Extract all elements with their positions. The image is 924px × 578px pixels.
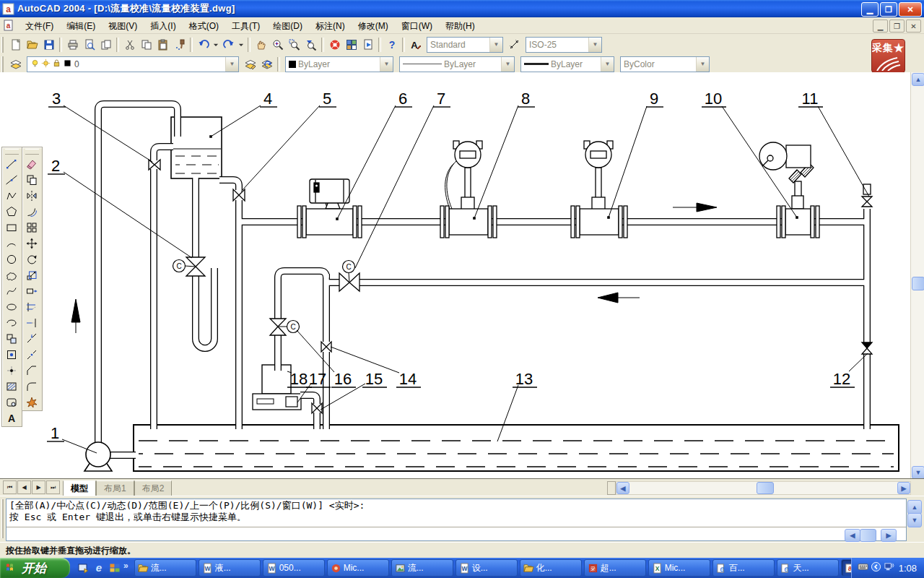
modify-stretch-button[interactable] [22, 283, 40, 299]
child-restore-button[interactable]: ❐ [889, 20, 905, 33]
pan-button[interactable] [253, 37, 269, 53]
tab-布局2[interactable]: 布局2 [134, 480, 173, 496]
tab-模型[interactable]: 模型 [63, 480, 96, 496]
drawing-file-icon[interactable]: a [3, 20, 14, 31]
toolbar-grip[interactable] [1, 37, 5, 53]
restore-button[interactable]: ❐ [880, 2, 897, 17]
modify-offset-button[interactable] [22, 204, 40, 220]
draw-circle-button[interactable] [2, 251, 20, 267]
tab-nav-next-button[interactable]: ▶ [32, 480, 45, 494]
layer-combo[interactable]: 0 ▼ [27, 56, 239, 72]
task-button-4[interactable]: 流... [391, 559, 453, 577]
linetype-combo[interactable]: ByLayer ▼ [399, 56, 515, 72]
tab-nav-first-button[interactable]: ⏮ [3, 480, 17, 494]
command-scroll-up[interactable]: ▲ [907, 500, 922, 514]
menu-item-10[interactable]: 帮助(H) [439, 19, 481, 33]
text-style-combo[interactable]: Standard▼ [427, 37, 503, 53]
draw-region-button[interactable] [2, 394, 20, 410]
command-scroll-left[interactable]: ◀ [845, 529, 860, 542]
layer-previous-button[interactable] [258, 56, 275, 72]
draw-make-block-button[interactable] [2, 347, 20, 363]
modify-fillet-button[interactable] [22, 379, 40, 394]
close-button[interactable]: ✕ [899, 2, 922, 17]
draw-revcloud-button[interactable] [2, 267, 20, 283]
task-button-7[interactable]: 采超... [584, 559, 646, 577]
start-button[interactable]: 开始 [0, 558, 70, 578]
modify-copy-obj-button[interactable] [22, 172, 40, 188]
copy-button[interactable] [138, 37, 154, 53]
quick-launch-show-desktop[interactable] [76, 561, 90, 575]
draw-rectangle-button[interactable] [2, 220, 20, 236]
draw-ellipse-button[interactable] [2, 299, 20, 315]
layer-manager-button[interactable] [7, 56, 24, 72]
task-button-10[interactable]: e天... [777, 559, 839, 577]
task-button-5[interactable]: W设... [456, 559, 518, 577]
modify-array-button[interactable] [22, 220, 40, 236]
draw-arc-button[interactable] [2, 236, 20, 251]
paste-button[interactable] [154, 37, 171, 53]
modify-erase-button[interactable] [22, 156, 40, 172]
modify-scale-button[interactable] [22, 267, 40, 283]
vendor-logo[interactable]: 采集★ [871, 39, 905, 73]
modify-rotate-button[interactable] [22, 251, 40, 267]
splitter-grip[interactable] [607, 481, 616, 495]
quick-launch-overflow[interactable]: » [123, 561, 128, 571]
menu-item-4[interactable]: 格式(O) [183, 19, 225, 33]
tab-nav-prev-button[interactable]: ◀ [17, 480, 31, 494]
save-button[interactable] [40, 37, 57, 53]
menu-item-5[interactable]: 工具(T) [225, 19, 266, 33]
draw-ellipse-arc-button[interactable] [2, 315, 20, 331]
minimize-button[interactable]: ▁ [861, 2, 879, 17]
title-bar[interactable]: a AutoCAD 2004 - [D:\流量校准\流量校准装置.dwg] ▁ … [0, 0, 924, 17]
menu-item-3[interactable]: 插入(I) [144, 19, 182, 33]
tray-keyboard-icon[interactable] [858, 561, 868, 575]
task-button-8[interactable]: XMic... [648, 559, 710, 577]
quick-launch-ie[interactable]: e [92, 561, 106, 575]
task-button-3[interactable]: Mic... [327, 559, 389, 577]
draw-polygon-button[interactable] [2, 204, 20, 220]
undo-button[interactable] [195, 37, 212, 53]
tab-布局1[interactable]: 布局1 [96, 480, 134, 496]
drawing-area[interactable]: C C C [0, 72, 924, 478]
menu-item-6[interactable]: 绘图(D) [266, 19, 309, 33]
scroll-thumb[interactable] [757, 482, 774, 494]
plot-style-combo[interactable]: ByColor ▼ [620, 56, 710, 72]
dropdown-arrow-button[interactable] [237, 37, 245, 53]
tray-display-icon[interactable] [884, 561, 894, 575]
palette-grip[interactable] [5, 149, 19, 155]
tray-collapse-icon[interactable] [871, 561, 881, 575]
modify-break-point-button[interactable] [22, 331, 40, 347]
viewports-button[interactable] [343, 37, 359, 53]
modify-explode-button[interactable] [22, 394, 40, 410]
command-grip[interactable] [1, 499, 4, 538]
drawing-canvas[interactable]: C C C [0, 72, 911, 478]
menu-item-9[interactable]: 窗口(W) [395, 19, 439, 33]
draw-pline-button[interactable] [2, 188, 20, 204]
modify-chamfer-button[interactable] [22, 363, 40, 379]
matchprop-button[interactable] [171, 37, 188, 53]
command-history[interactable]: [全部(A)/中心点(C)/动态(D)/范围(E)/上一个(P)/比例(S)/窗… [6, 499, 907, 541]
make-layer-current-button[interactable] [242, 56, 258, 72]
draw-xline-button[interactable] [2, 172, 20, 188]
markup-button[interactable] [359, 37, 376, 53]
draw-line-button[interactable] [2, 156, 20, 172]
modify-mirror-button[interactable] [22, 188, 40, 204]
menu-item-0[interactable]: 文件(F) [19, 19, 60, 33]
zoom-window-button[interactable] [286, 37, 302, 53]
task-button-1[interactable]: W液... [199, 559, 261, 577]
dim-style-combo[interactable]: ISO-25▼ [526, 37, 602, 53]
help-button[interactable]: ? [383, 37, 400, 53]
toolbar-grip[interactable] [1, 56, 5, 72]
color-combo[interactable]: ByLayer ▼ [285, 56, 393, 72]
child-minimize-button[interactable]: ▁ [873, 20, 888, 33]
command-scroll-thumb[interactable] [860, 529, 876, 542]
vertical-scrollbar[interactable]: ▲ ▼ [910, 72, 924, 478]
modify-move-button[interactable] [22, 236, 40, 251]
lineweight-combo[interactable]: ByLayer ▼ [520, 56, 614, 72]
modify-break-button[interactable] [22, 347, 40, 363]
palette-grip[interactable] [25, 149, 39, 155]
task-button-9[interactable]: e百... [712, 559, 775, 577]
modify-trim-button[interactable] [22, 299, 40, 315]
scroll-up-button[interactable]: ▲ [912, 73, 924, 86]
menu-item-7[interactable]: 标注(N) [309, 19, 352, 33]
